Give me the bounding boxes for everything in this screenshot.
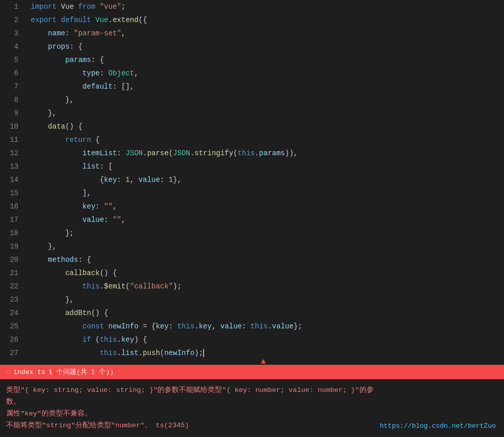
code-token: [31, 133, 65, 147]
code-token: const: [83, 320, 104, 333]
code-token: },: [48, 107, 57, 120]
code-token: :: [104, 213, 113, 226]
editor-container: 1234567891011121314151617181920212223242…: [0, 0, 504, 437]
code-token: ,: [130, 173, 138, 186]
code-token: ,: [121, 213, 125, 226]
code-token: [31, 147, 83, 160]
code-token: from: [78, 0, 95, 13]
code-token: this: [251, 320, 268, 333]
line-number: 17: [8, 213, 18, 226]
code-token: Vue: [95, 13, 108, 27]
code-token: () {: [91, 306, 109, 320]
line-number: 4: [8, 40, 18, 53]
code-token: [56, 13, 61, 27]
line-number: 21: [8, 266, 18, 280]
code-line: itemList: JSON.parse(JSON.stringify(this…: [31, 147, 496, 160]
code-token: : {: [91, 53, 104, 67]
code-line: },: [31, 240, 496, 253]
code-token: value: [138, 173, 160, 186]
code-line: props: {: [31, 40, 496, 53]
code-token: key: [104, 173, 117, 186]
code-token: [104, 320, 108, 333]
code-line: methods: {: [31, 253, 496, 266]
code-token: export: [31, 13, 56, 27]
status-bar[interactable]: index.ts 1 个问题(共 1 个)): [0, 365, 504, 379]
code-token: };: [294, 320, 303, 333]
error-message: 类型"{ key: string; value: string; }"的参数不能…: [6, 385, 380, 432]
code-token: push: [143, 346, 160, 360]
code-token: .: [190, 147, 194, 160]
code-token: default: [61, 13, 91, 27]
code-token: 1: [169, 173, 173, 186]
code-token: :: [169, 320, 177, 333]
code-token: (: [160, 346, 164, 360]
code-token: value: [220, 320, 242, 333]
code-line: this.$emit("callback");: [31, 280, 496, 293]
code-line: type: Object,: [31, 67, 496, 80]
code-token: [31, 93, 65, 107]
error-caret-icon: ▲: [31, 360, 496, 364]
code-token: .: [268, 320, 272, 333]
code-token: key: [121, 333, 134, 346]
code-token: ,: [212, 320, 220, 333]
code-token: callback: [65, 266, 99, 280]
code-token: 1: [126, 173, 130, 186]
code-token: "param-set": [74, 27, 121, 40]
code-token: [31, 266, 65, 280]
code-line: value: "",: [31, 213, 496, 226]
code-token: },: [65, 93, 74, 107]
code-token: [31, 306, 65, 320]
code-line: {key: 1, value: 1},: [31, 173, 496, 186]
code-line: if (this.key) {: [31, 333, 496, 346]
code-area[interactable]: 1234567891011121314151617181920212223242…: [0, 0, 504, 365]
error-line-3: 不能将类型"string"分配给类型"number"。 ts(2345): [6, 420, 380, 432]
code-token: );: [194, 346, 203, 360]
code-token: [31, 67, 83, 80]
code-token: [31, 186, 83, 200]
code-token: [91, 13, 95, 27]
code-token: [31, 53, 65, 67]
code-token: JSON: [126, 147, 143, 160]
code-line: return {: [31, 133, 496, 147]
code-line: name: "param-set",: [31, 27, 496, 40]
code-token: props: [48, 40, 70, 53]
code-token: .: [117, 333, 121, 346]
code-token: key: [156, 320, 169, 333]
code-token: [31, 293, 65, 306]
code-token: : {: [78, 253, 91, 266]
code-token: name: [48, 27, 66, 40]
code-token: ({: [138, 13, 147, 27]
code-line: default: [],: [31, 80, 496, 93]
code-token: :: [117, 173, 126, 186]
code-token: },: [173, 173, 182, 186]
code-token: stringify: [194, 147, 233, 160]
code-token: value: [272, 320, 294, 333]
code-token: key: [199, 320, 212, 333]
code-token: : [: [99, 160, 112, 173]
error-link[interactable]: https://blog.csdn.net/bertZuo: [380, 421, 496, 432]
code-token: .: [143, 147, 147, 160]
code-line: };: [31, 226, 496, 240]
code-token: this: [83, 280, 100, 293]
code-token: return: [65, 133, 91, 147]
line-number: 19: [8, 240, 18, 253]
code-token: this: [237, 147, 255, 160]
code-token: methods: [48, 253, 78, 266]
line-number: 16: [8, 200, 18, 213]
code-token: () {: [99, 266, 117, 280]
code-token: addBtn: [65, 306, 91, 320]
error-dot-icon: [6, 370, 10, 374]
code-line: import Vue from "vue";: [31, 0, 496, 13]
line-number: 23: [8, 293, 18, 306]
code-token: (: [233, 147, 237, 160]
code-token: (: [126, 280, 130, 293]
code-token: newInfo: [164, 346, 194, 360]
code-token: [31, 226, 65, 240]
code-token: itemList: [83, 147, 117, 160]
code-token: ,: [134, 67, 138, 80]
code-token: [31, 320, 83, 333]
code-token: :: [242, 320, 251, 333]
code-content[interactable]: import Vue from "vue";export default Vue…: [27, 0, 504, 365]
code-token: "vue": [99, 0, 121, 13]
code-token: extend: [113, 13, 138, 27]
